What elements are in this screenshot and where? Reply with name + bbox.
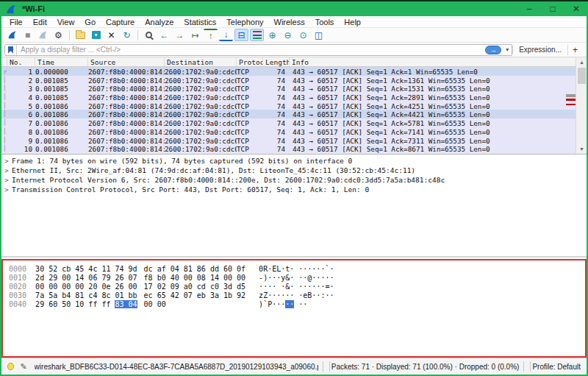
add-filter-button[interactable]: + bbox=[567, 45, 584, 55]
detail-line[interactable]: >Frame 1: 74 bytes on wire (592 bits), 7… bbox=[1, 156, 587, 166]
colorize-icon[interactable] bbox=[250, 29, 264, 41]
column-header-time[interactable]: Time bbox=[35, 57, 88, 66]
cell-source: 2607:f8b0:4000:814:… bbox=[88, 110, 165, 118]
cell-time: 0.001086 bbox=[35, 127, 88, 136]
last-packet-icon[interactable]: ↓ bbox=[219, 29, 233, 41]
cell-protocol: TCP bbox=[237, 127, 263, 136]
detail-line[interactable]: >Ethernet II, Src: 2Wire_af:04:81 (74:9d… bbox=[1, 166, 587, 175]
expand-chevron-icon[interactable]: > bbox=[1, 177, 12, 184]
menu-edit[interactable]: Edit bbox=[28, 17, 52, 27]
column-header-length[interactable]: Length bbox=[263, 57, 290, 66]
close-button[interactable]: ✕ bbox=[564, 1, 588, 16]
filter-history-caret[interactable]: ▾ bbox=[503, 46, 512, 53]
detail-text: Internet Protocol Version 6, Src: 2607:f… bbox=[12, 176, 445, 184]
packet-list-scrollbar[interactable]: ▲ ▼ bbox=[576, 57, 587, 154]
packet-row[interactable]: │80.0010862607:f8b0:4000:814:…2600:1702:… bbox=[1, 127, 587, 136]
menu-capture[interactable]: Capture bbox=[101, 17, 140, 27]
capture-comment-icon[interactable]: ✎ bbox=[20, 362, 26, 372]
packet-row[interactable]: │50.0010862607:f8b0:4000:814:…2600:1702:… bbox=[1, 102, 587, 110]
menu-tools[interactable]: Tools bbox=[310, 17, 340, 27]
start-capture-icon[interactable] bbox=[5, 29, 19, 41]
expand-chevron-icon[interactable]: > bbox=[1, 167, 12, 174]
packet-row[interactable]: │70.0010862607:f8b0:4000:814:…2600:1702:… bbox=[1, 118, 587, 127]
packet-row[interactable]: │20.0010852607:f8b0:4000:814:…2600:1702:… bbox=[1, 76, 587, 85]
expert-info-icon[interactable] bbox=[7, 363, 14, 370]
title-bar[interactable]: *Wi-Fi – □ ✕ bbox=[0, 1, 588, 16]
packet-row[interactable]: │60.0010862607:f8b0:4000:814:…2600:1702:… bbox=[1, 110, 587, 118]
menu-help[interactable]: Help bbox=[339, 17, 366, 27]
ascii-group-1: ···· ·&· bbox=[259, 283, 294, 291]
previous-packet-icon[interactable]: ← bbox=[157, 29, 171, 41]
next-packet-icon[interactable]: → bbox=[173, 29, 187, 41]
reload-file-icon[interactable]: ↻ bbox=[120, 29, 134, 41]
packet-row[interactable]: │100.0010862607:f8b0:4000:814:…2600:1702… bbox=[1, 144, 587, 153]
cell-info: 443 → 60517 [ACK] Seq=1 Ack=5781 Win=655… bbox=[290, 118, 587, 127]
scroll-down-arrow-icon[interactable]: ▼ bbox=[576, 144, 587, 154]
minimize-button[interactable]: – bbox=[517, 1, 541, 16]
related-packet-indicator: │ bbox=[1, 127, 7, 136]
packet-row[interactable]: │110.0010862607:f8b0:4000:814:…2600:1702… bbox=[1, 153, 587, 155]
scroll-up-arrow-icon[interactable]: ▲ bbox=[576, 57, 587, 67]
stop-capture-icon[interactable]: ■ bbox=[21, 29, 35, 41]
cell-source: 2607:f8b0:4000:814:… bbox=[88, 102, 165, 110]
auto-scroll-icon[interactable]: ⊟ bbox=[234, 29, 248, 41]
menu-go[interactable]: Go bbox=[79, 17, 101, 27]
related-packet-indicator: │ bbox=[1, 110, 7, 118]
maximize-button[interactable]: □ bbox=[541, 1, 564, 16]
column-header-info[interactable]: Info bbox=[290, 57, 587, 66]
detail-line[interactable]: >Internet Protocol Version 6, Src: 2607:… bbox=[1, 175, 587, 185]
hex-line[interactable]: 00307a 5a b4 81 c4 8c 01 bbec 65 42 07 e… bbox=[9, 291, 585, 300]
resize-columns-icon[interactable]: ◫ bbox=[312, 29, 326, 41]
minimap-mark bbox=[566, 99, 576, 101]
expand-chevron-icon[interactable]: > bbox=[1, 186, 12, 194]
expression-button[interactable]: Expression... bbox=[512, 46, 567, 54]
zoom-100-icon[interactable]: ⊙ bbox=[296, 29, 310, 41]
hex-line[interactable]: 00102d 29 00 14 06 79 26 07f8 b0 40 00 0… bbox=[9, 274, 585, 283]
cell-destination: 2600:1702:9a0:cdc0:… bbox=[165, 144, 237, 153]
related-packet-indicator: │ bbox=[1, 136, 7, 145]
cell-length: 74 bbox=[263, 118, 290, 127]
column-header-no[interactable]: No. bbox=[7, 57, 35, 66]
restart-capture-icon[interactable] bbox=[36, 29, 50, 41]
open-file-icon[interactable] bbox=[74, 29, 87, 41]
close-file-icon[interactable]: ✕ bbox=[104, 29, 118, 41]
packet-row[interactable]: │90.0010862607:f8b0:4000:814:…2600:1702:… bbox=[1, 136, 587, 145]
related-packet-indicator: │ bbox=[1, 118, 7, 127]
save-file-icon[interactable]: ▾ bbox=[89, 29, 103, 41]
go-to-packet-icon[interactable]: ↦ bbox=[188, 29, 202, 41]
packet-list-rows: ┌10.0000002607:f8b0:4000:814:…2600:1702:… bbox=[1, 67, 587, 155]
packet-bytes-pane[interactable]: 000030 52 cb 45 4c 11 74 9ddc af 04 81 8… bbox=[1, 259, 587, 358]
apply-filter-button[interactable]: → bbox=[485, 46, 501, 54]
cell-no: 11 bbox=[7, 153, 35, 155]
menu-view[interactable]: View bbox=[52, 17, 80, 27]
hex-line[interactable]: 002000 00 00 00 20 0e 26 0017 02 09 a0 c… bbox=[9, 283, 585, 291]
column-header-source[interactable]: Source bbox=[88, 57, 165, 66]
cell-no: 10 bbox=[7, 144, 35, 153]
column-header-destination[interactable]: Destination bbox=[165, 57, 237, 66]
zoom-in-icon[interactable]: ⊕ bbox=[265, 29, 279, 41]
packet-row[interactable]: ┌10.0000002607:f8b0:4000:814:…2600:1702:… bbox=[1, 67, 587, 76]
column-header-protocol[interactable]: Protocol bbox=[237, 57, 263, 66]
packet-row[interactable]: │40.0010852607:f8b0:4000:814:…2600:1702:… bbox=[1, 93, 587, 102]
cell-source: 2607:f8b0:4000:814:… bbox=[88, 76, 165, 85]
hex-offset: 0020 bbox=[9, 283, 26, 291]
hex-line[interactable]: 000030 52 cb 45 4c 11 74 9ddc af 04 81 8… bbox=[9, 265, 585, 274]
display-filter-input[interactable]: Apply a display filter ... <Ctrl-/> → ▾ bbox=[4, 44, 512, 56]
capture-options-icon[interactable]: ⚙ bbox=[51, 29, 65, 41]
menu-statistics[interactable]: Statistics bbox=[179, 17, 221, 27]
filter-bookmark-button[interactable] bbox=[5, 45, 17, 55]
scrollbar-thumb[interactable] bbox=[578, 68, 586, 84]
menu-analyze[interactable]: Analyze bbox=[140, 17, 179, 27]
menu-telephony[interactable]: Telephony bbox=[221, 17, 268, 27]
detail-line[interactable]: >Transmission Control Protocol, Src Port… bbox=[1, 185, 587, 194]
status-bar: ✎ wireshark_BDFB6C33-D014-48EC-8A3F-7CAB… bbox=[1, 358, 587, 375]
zoom-out-icon[interactable]: ⊖ bbox=[281, 29, 295, 41]
menu-wireless[interactable]: Wireless bbox=[269, 17, 310, 27]
expand-chevron-icon[interactable]: > bbox=[1, 157, 12, 165]
hex-line[interactable]: 004029 60 50 10 ff ff 83 0400 00)`P·····… bbox=[9, 300, 585, 309]
packet-row[interactable]: │30.0010852607:f8b0:4000:814:…2600:1702:… bbox=[1, 84, 587, 93]
menu-file[interactable]: File bbox=[4, 17, 28, 27]
profile-label[interactable]: Profile: Default bbox=[532, 363, 581, 371]
find-packet-icon[interactable] bbox=[142, 29, 156, 41]
first-packet-icon[interactable]: ↑ bbox=[204, 29, 218, 41]
